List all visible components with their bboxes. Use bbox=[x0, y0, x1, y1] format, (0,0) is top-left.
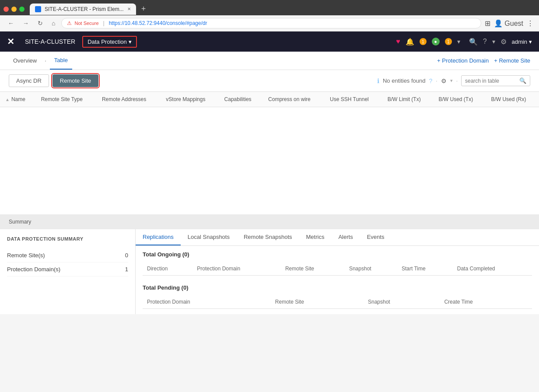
remote-sites-value: 0 bbox=[125, 252, 128, 259]
security-warning-text: Not Secure bbox=[74, 21, 98, 26]
data-protection-label: Data Protection bbox=[88, 38, 127, 45]
replications-tab[interactable]: Replications bbox=[136, 229, 181, 245]
col-bw-used-tx[interactable]: B/W Used (Tx) bbox=[434, 92, 486, 107]
search-icon[interactable]: 🔍 bbox=[469, 38, 478, 46]
async-dr-tab[interactable]: Async DR bbox=[9, 74, 49, 87]
nav-divider: · bbox=[45, 57, 46, 64]
metrics-tab[interactable]: Metrics bbox=[299, 229, 332, 245]
address-bar[interactable]: ⚠ Not Secure | https://10.48.52.72:9440/… bbox=[61, 18, 481, 28]
separator-dot2: · bbox=[456, 78, 458, 84]
ongoing-table: Direction Protection Domain Remote Site … bbox=[143, 262, 532, 276]
col-remote-site-type[interactable]: Remote Site Type bbox=[36, 92, 97, 107]
col-use-ssh-tunnel[interactable]: Use SSH Tunnel bbox=[325, 92, 382, 107]
table-header-row: ▲Name Remote Site Type Remote Addresses … bbox=[0, 92, 539, 107]
sub-nav-left: Overview · Table bbox=[9, 52, 72, 70]
pending-title: Total Pending (0) bbox=[143, 284, 532, 291]
alert-badge: 1 bbox=[420, 38, 427, 45]
overview-nav-item[interactable]: Overview bbox=[9, 52, 41, 69]
health-icon[interactable]: ♥ bbox=[396, 38, 400, 46]
col-compress-on-wire[interactable]: Compress on wire bbox=[263, 92, 325, 107]
app-header: ✕ SITE-A-CLUSTER Data Protection ▾ ♥ 🔔 1… bbox=[0, 32, 539, 52]
tab-favicon bbox=[35, 6, 41, 12]
col-bw-limit-tx[interactable]: B/W Limit (Tx) bbox=[382, 92, 434, 107]
events-tab[interactable]: Events bbox=[360, 229, 392, 245]
home-button[interactable]: ⌂ bbox=[49, 19, 58, 28]
col-remote-addresses[interactable]: Remote Addresses bbox=[97, 92, 161, 107]
no-entities-text: No entities found bbox=[383, 77, 426, 84]
help-dropdown-icon[interactable]: ▾ bbox=[492, 38, 495, 45]
ongoing-title: Total Ongoing (0) bbox=[143, 251, 532, 258]
more-button[interactable]: ⋮ bbox=[527, 19, 534, 28]
new-tab-button[interactable]: + bbox=[138, 3, 150, 15]
replications-content: Total Ongoing (0) Direction Protection D… bbox=[136, 246, 539, 314]
back-button[interactable]: ← bbox=[5, 19, 17, 28]
security-warning-icon: ⚠ bbox=[67, 20, 72, 26]
bell-icon[interactable]: 🔔 bbox=[406, 38, 414, 46]
url-divider: | bbox=[103, 20, 105, 26]
remote-site-tab[interactable]: Remote Site bbox=[52, 74, 99, 87]
browser-nav-bar: ← → ↻ ⌂ ⚠ Not Secure | https://10.48.52.… bbox=[0, 15, 539, 32]
sub-nav: Overview · Table + Protection Domain + R… bbox=[0, 52, 539, 70]
table-nav-item[interactable]: Table bbox=[50, 52, 72, 70]
search-submit-icon[interactable]: 🔍 bbox=[519, 77, 526, 84]
remote-snapshots-tab[interactable]: Remote Snapshots bbox=[237, 229, 299, 245]
remote-site-table: ▲Name Remote Site Type Remote Addresses … bbox=[0, 92, 539, 107]
admin-menu[interactable]: admin ▾ bbox=[512, 38, 532, 45]
forward-button[interactable]: → bbox=[20, 19, 32, 28]
col-pending-create-time: Create Time bbox=[440, 295, 532, 309]
summary-section: Summary DATA PROTECTION SUMMARY Remote S… bbox=[0, 214, 539, 314]
admin-label: admin bbox=[512, 38, 527, 45]
user-button[interactable]: 👤 Guest bbox=[494, 19, 523, 28]
data-protection-nav[interactable]: Data Protection ▾ bbox=[82, 36, 137, 48]
table-section: ▲Name Remote Site Type Remote Addresses … bbox=[0, 92, 539, 214]
ongoing-header-row: Direction Protection Domain Remote Site … bbox=[143, 262, 532, 276]
tab-title: SITE-A-CLUSTER - Prism Elem... bbox=[45, 6, 124, 12]
tabs-area: Async DR Remote Site ℹ No entities found… bbox=[0, 70, 539, 92]
extensions-button[interactable]: ⊞ bbox=[485, 19, 490, 28]
expand-icon[interactable]: ▾ bbox=[457, 38, 460, 45]
close-traffic-light[interactable] bbox=[4, 7, 9, 12]
summary-left-panel: DATA PROTECTION SUMMARY Remote Site(s) 0… bbox=[0, 229, 136, 314]
admin-dropdown-icon: ▾ bbox=[529, 38, 532, 45]
minimize-traffic-light[interactable] bbox=[11, 7, 17, 12]
tab-close-btn[interactable]: ✕ bbox=[127, 7, 131, 11]
url-text: https://10.48.52.72:9440/console/#page/d… bbox=[109, 20, 207, 26]
browser-tab[interactable]: SITE-A-CLUSTER - Prism Elem... ✕ bbox=[30, 4, 136, 15]
status-badge-green: ● bbox=[432, 38, 440, 46]
settings-gear-icon[interactable]: ⚙ bbox=[441, 77, 447, 84]
cluster-name: SITE-A-CLUSTER bbox=[25, 38, 75, 45]
nav-dropdown-icon: ▾ bbox=[129, 38, 132, 45]
local-snapshots-tab[interactable]: Local Snapshots bbox=[181, 229, 237, 245]
protection-domains-value: 1 bbox=[125, 266, 128, 273]
maximize-traffic-light[interactable] bbox=[19, 7, 24, 12]
summary-content: DATA PROTECTION SUMMARY Remote Site(s) 0… bbox=[0, 229, 539, 314]
table-scroll[interactable]: ▲Name Remote Site Type Remote Addresses … bbox=[0, 92, 539, 214]
summary-label: Summary bbox=[0, 214, 539, 229]
col-protection-domain: Protection Domain bbox=[192, 262, 281, 276]
refresh-button[interactable]: ↻ bbox=[35, 19, 46, 28]
help-circle-icon[interactable]: ? bbox=[429, 77, 433, 84]
gear-dropdown-icon[interactable]: ▾ bbox=[450, 78, 453, 84]
col-start-time: Start Time bbox=[397, 262, 453, 276]
search-box[interactable]: 🔍 bbox=[461, 75, 530, 86]
header-icons: ♥ 🔔 1 ● 1 ▾ 🔍 ? ▾ ⚙ admin ▾ bbox=[396, 38, 532, 46]
settings-icon[interactable]: ⚙ bbox=[500, 38, 507, 46]
col-bw-used-rx[interactable]: B/W Used (Rx) bbox=[486, 92, 539, 107]
add-protection-domain-btn[interactable]: + Protection Domain bbox=[437, 57, 489, 64]
summary-title: DATA PROTECTION SUMMARY bbox=[7, 236, 128, 242]
info-icon[interactable]: ℹ bbox=[377, 77, 379, 84]
col-name[interactable]: ▲Name bbox=[0, 92, 36, 107]
browser-actions: ⊞ 👤 Guest ⋮ bbox=[485, 19, 534, 28]
search-input[interactable] bbox=[465, 78, 518, 84]
pending-header-row: Protection Domain Remote Site Snapshot C… bbox=[143, 295, 532, 309]
col-pending-snapshot: Snapshot bbox=[364, 295, 440, 309]
col-vstore-mappings[interactable]: vStore Mappings bbox=[161, 92, 219, 107]
add-remote-site-btn[interactable]: + Remote Site bbox=[494, 57, 530, 64]
status-count-badge: 1 bbox=[445, 38, 452, 45]
pending-table: Protection Domain Remote Site Snapshot C… bbox=[143, 295, 532, 309]
alerts-tab[interactable]: Alerts bbox=[331, 229, 360, 245]
col-direction: Direction bbox=[143, 262, 192, 276]
help-icon[interactable]: ? bbox=[483, 38, 487, 46]
col-capabilities[interactable]: Capabilities bbox=[219, 92, 263, 107]
remote-sites-label: Remote Site(s) bbox=[7, 252, 45, 259]
